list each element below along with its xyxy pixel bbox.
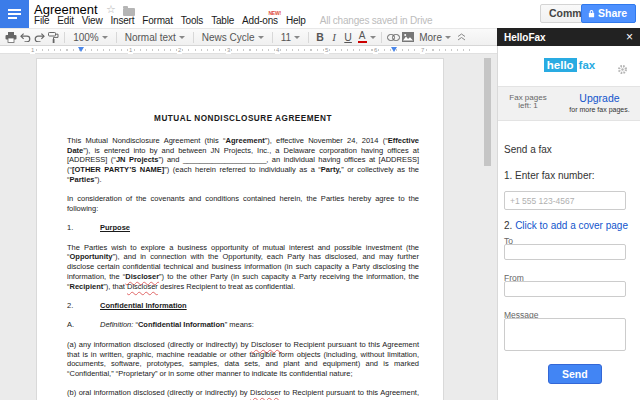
ruler-number: 7 <box>420 46 425 54</box>
doc-paragraph: A.Definition: “Confidential Information”… <box>67 320 419 330</box>
menu-view[interactable]: View <box>82 15 103 26</box>
fax-quota-box: Fax pages left: 1 Upgrade for more fax p… <box>498 86 640 121</box>
ruler-number: 1 <box>30 46 35 54</box>
chevron-down-icon <box>102 36 108 39</box>
document-area: MUTUAL NONDISCLOSURE AGREEMENTThis Mutua… <box>0 54 497 400</box>
send-button[interactable]: Send <box>548 364 602 384</box>
redo-icon[interactable] <box>33 29 45 45</box>
ruler-ticks <box>36 49 470 51</box>
ruler-number: 3 <box>226 46 231 54</box>
to-input[interactable] <box>504 244 626 260</box>
lock-icon <box>588 9 595 18</box>
doc-paragraph: 2.Confidential Information <box>67 301 419 311</box>
menu-tools[interactable]: Tools <box>181 15 203 26</box>
sidebar-title: HelloFax <box>504 32 546 43</box>
zoom-select[interactable]: 100% <box>70 32 111 43</box>
sidebar-header: HelloFax × <box>497 28 640 46</box>
ruler-number: 6 <box>373 46 378 54</box>
paint-format-icon[interactable] <box>47 29 59 45</box>
paragraph-style-select[interactable]: Normal text <box>122 32 188 43</box>
from-input[interactable] <box>504 281 626 297</box>
doc-paragraph: (a) any information disclosed (directly … <box>67 340 419 379</box>
google-docs-window: Agreement ☆ File Edit View Insert Format… <box>0 0 640 400</box>
chevron-down-icon <box>258 36 264 39</box>
ruler: 1 1 2 3 4 5 6 7 <box>0 46 497 54</box>
font-select[interactable]: News Cycle <box>199 32 267 43</box>
fax-pages-left: Fax pages left: 1 <box>498 87 558 120</box>
chevron-down-icon <box>370 36 376 39</box>
insert-link-icon[interactable] <box>387 29 400 45</box>
text-color-button[interactable]: A <box>356 29 368 45</box>
print-icon[interactable] <box>5 29 17 45</box>
upgrade-link[interactable]: Upgrade <box>558 92 640 104</box>
more-button[interactable]: More <box>416 32 454 43</box>
message-textarea[interactable] <box>504 318 626 351</box>
step2-label: 2. Click to add a cover page <box>504 220 628 231</box>
toolbar: 100% Normal text News Cycle 11 B I U A M… <box>0 28 497 46</box>
doc-paragraph: The Parties wish to explore a business o… <box>67 243 419 292</box>
menu-format[interactable]: Format <box>142 15 172 26</box>
menu-file[interactable]: File <box>34 15 49 26</box>
doc-paragraph: MUTUAL NONDISCLOSURE AGREEMENT <box>67 114 419 124</box>
doc-paragraph: This Mutual Nondisclosure Agreement (thi… <box>67 136 419 185</box>
ruler-number: 2 <box>177 46 182 54</box>
document-page[interactable]: MUTUAL NONDISCLOSURE AGREEMENTThis Mutua… <box>36 58 444 400</box>
left-indent-marker[interactable] <box>78 47 84 52</box>
vertical-scrollbar[interactable] <box>484 58 491 166</box>
menu-edit[interactable]: Edit <box>57 15 73 26</box>
italic-button[interactable]: I <box>328 29 340 45</box>
fax-number-input[interactable] <box>504 191 626 210</box>
send-a-fax-heading: Send a fax <box>504 144 552 155</box>
document-content: MUTUAL NONDISCLOSURE AGREEMENTThis Mutua… <box>67 114 419 400</box>
chevron-down-icon <box>445 36 451 39</box>
undo-icon[interactable] <box>19 29 31 45</box>
close-icon[interactable]: × <box>626 31 633 43</box>
upgrade-subtext: for more fax pages. <box>558 106 640 113</box>
save-status: All changes saved in Drive <box>320 15 433 26</box>
star-icon[interactable]: ☆ <box>106 4 116 15</box>
menu-table[interactable]: Table <box>211 15 234 26</box>
right-indent-marker[interactable] <box>391 47 397 52</box>
google-docs-icon <box>0 0 29 29</box>
collapse-toolbar-icon[interactable] <box>456 29 468 45</box>
menubar: File Edit View Insert Format Tools Table… <box>34 15 432 26</box>
chevron-down-icon <box>179 36 185 39</box>
font-size-select[interactable]: 11 <box>278 32 303 43</box>
menu-help[interactable]: Help <box>286 15 306 26</box>
bold-button[interactable]: B <box>314 29 326 45</box>
doc-paragraph: (b) oral information disclosed (directly… <box>67 388 419 400</box>
menu-insert[interactable]: Insert <box>110 15 134 26</box>
ruler-number: 1 <box>128 46 133 54</box>
underline-button[interactable]: U <box>342 29 354 45</box>
doc-paragraph: In consideration of the covenants and co… <box>67 194 419 214</box>
ruler-number: 4 <box>275 46 280 54</box>
share-button[interactable]: Share <box>581 4 636 23</box>
ruler-number: 5 <box>324 46 329 54</box>
doc-paragraph: 1.Purpose <box>67 223 419 233</box>
hellofax-sidebar: hellofax Fax pages left: 1 Upgrade for m… <box>497 46 640 400</box>
text-color-swatch <box>358 41 367 43</box>
new-badge: NEW! <box>268 10 281 16</box>
add-cover-page-link[interactable]: Click to add a cover page <box>515 220 628 231</box>
step1-label: 1. Enter fax number: <box>504 170 595 181</box>
chevron-down-icon <box>294 36 300 39</box>
gear-icon[interactable] <box>617 61 628 79</box>
menu-addons[interactable]: Add-ons NEW! <box>242 15 278 26</box>
insert-image-icon[interactable] <box>402 29 414 45</box>
